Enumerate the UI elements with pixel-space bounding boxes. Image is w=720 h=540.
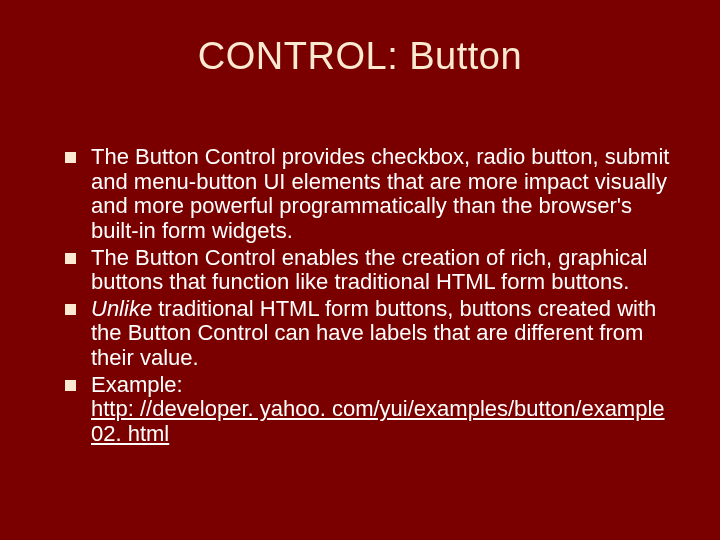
list-item: The Button Control enables the creation …	[65, 246, 675, 295]
example-label: Example:	[91, 372, 183, 397]
bullet-text: The Button Control enables the creation …	[91, 246, 675, 295]
slide-title: CONTROL: Button	[0, 0, 720, 78]
square-bullet-icon	[65, 253, 76, 264]
bullet-text-rest: traditional HTML form buttons, buttons c…	[91, 296, 656, 370]
example-link[interactable]: http: //developer. yahoo. com/yui/exampl…	[91, 396, 665, 446]
slide-body: The Button Control provides checkbox, ra…	[65, 145, 675, 449]
slide: CONTROL: Button The Button Control provi…	[0, 0, 720, 540]
bullet-text: Example:http: //developer. yahoo. com/yu…	[91, 373, 675, 447]
italic-word: Unlike	[91, 296, 152, 321]
square-bullet-icon	[65, 152, 76, 163]
square-bullet-icon	[65, 380, 76, 391]
square-bullet-icon	[65, 304, 76, 315]
bullet-text: The Button Control provides checkbox, ra…	[91, 145, 675, 244]
list-item: Unlike traditional HTML form buttons, bu…	[65, 297, 675, 371]
bullet-text: Unlike traditional HTML form buttons, bu…	[91, 297, 675, 371]
list-item: Example:http: //developer. yahoo. com/yu…	[65, 373, 675, 447]
list-item: The Button Control provides checkbox, ra…	[65, 145, 675, 244]
